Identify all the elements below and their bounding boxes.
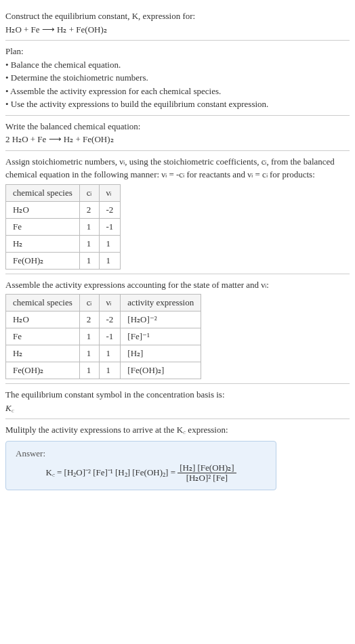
cell-activity: [H₂O]⁻² [121,312,201,328]
cell-ci: 2 [79,312,99,328]
table-row: Fe 1 -1 [Fe]⁻¹ [6,328,201,345]
cell-vi: -2 [99,201,121,218]
answer-expression: K꜀ = [H₂O]⁻² [Fe]⁻¹ [H₂] [Fe(OH)₂] = [H₂… [16,463,266,484]
table-header-row: chemical species cᵢ νᵢ activity expressi… [6,295,201,312]
prompt-text: Construct the equilibrium constant, K, e… [5,9,350,23]
cell-vi: 1 [99,252,121,269]
col-vi: νᵢ [99,295,121,312]
cell-activity: [Fe(OH)₂] [121,362,201,379]
table-row: H₂O 2 -2 [H₂O]⁻² [6,312,201,328]
balanced-section: Write the balanced chemical equation: 2 … [5,116,350,151]
multiply-text: Mulitply the activity expressions to arr… [5,423,350,437]
activity-section: Assemble the activity expressions accoun… [5,274,350,385]
cell-vi: -1 [99,328,121,345]
balanced-prompt: Write the balanced chemical equation: [5,120,350,133]
cell-species: H₂O [6,312,80,328]
answer-lhs: K꜀ = [H₂O]⁻² [Fe]⁻¹ [H₂] [Fe(OH)₂] = [45,467,178,477]
cell-species: Fe [6,218,80,235]
cell-vi: -2 [99,312,121,328]
activity-table: chemical species cᵢ νᵢ activity expressi… [5,294,201,379]
plan-title: Plan: [5,45,350,58]
col-activity: activity expression [121,295,201,312]
cell-species: Fe(OH)₂ [6,252,80,269]
fraction-numerator: [H₂] [Fe(OH)₂] [178,463,236,473]
cell-species: Fe [6,328,80,345]
symbol-text: The equilibrium constant symbol in the c… [5,388,350,402]
col-vi: νᵢ [99,184,121,201]
cell-activity: [Fe]⁻¹ [121,328,201,345]
balanced-equation: 2 H₂O + Fe ⟶ H₂ + Fe(OH)₂ [5,133,350,146]
cell-species: H₂O [6,201,80,218]
col-ci: cᵢ [79,295,99,312]
col-species: chemical species [6,295,80,312]
symbol-section: The equilibrium constant symbol in the c… [5,384,350,419]
cell-ci: 1 [79,345,99,362]
stoich-section: Assign stoichiometric numbers, νᵢ, using… [5,151,350,274]
plan-section: Plan: • Balance the chemical equation. •… [5,41,350,116]
cell-vi: 1 [99,345,121,362]
table-row: Fe(OH)₂ 1 1 [Fe(OH)₂] [6,362,201,379]
table-row: H₂ 1 1 [6,235,121,252]
cell-species: H₂ [6,345,80,362]
cell-ci: 1 [79,362,99,379]
activity-intro: Assemble the activity expressions accoun… [5,278,350,292]
table-row: Fe(OH)₂ 1 1 [6,252,121,269]
col-species: chemical species [6,184,80,201]
table-row: H₂ 1 1 [H₂] [6,345,201,362]
multiply-section: Mulitply the activity expressions to arr… [5,419,350,494]
fraction-denominator: [H₂O]² [Fe] [178,473,236,483]
answer-fraction: [H₂] [Fe(OH)₂] [H₂O]² [Fe] [178,463,236,484]
col-ci: cᵢ [79,184,99,201]
plan-bullet-3: • Assemble the activity expression for e… [5,85,350,98]
answer-box: Answer: K꜀ = [H₂O]⁻² [Fe]⁻¹ [H₂] [Fe(OH)… [5,441,276,491]
table-row: H₂O 2 -2 [6,201,121,218]
cell-activity: [H₂] [121,345,201,362]
table-header-row: chemical species cᵢ νᵢ [6,184,121,201]
plan-bullet-1: • Balance the chemical equation. [5,58,350,72]
cell-ci: 2 [79,201,99,218]
cell-ci: 1 [79,218,99,235]
table-row: Fe 1 -1 [6,218,121,235]
stoich-table: chemical species cᵢ νᵢ H₂O 2 -2 Fe 1 -1 … [5,184,121,270]
plan-bullet-2: • Determine the stoichiometric numbers. [5,71,350,85]
cell-vi: 1 [99,235,121,252]
cell-vi: 1 [99,362,121,379]
cell-vi: -1 [99,218,121,235]
prompt-section: Construct the equilibrium constant, K, e… [5,5,350,41]
stoich-intro: Assign stoichiometric numbers, νᵢ, using… [5,155,350,181]
cell-ci: 1 [79,252,99,269]
plan-bullet-4: • Use the activity expressions to build … [5,98,350,111]
initial-equation: H₂O + Fe ⟶ H₂ + Fe(OH)₂ [5,23,350,37]
cell-ci: 1 [79,235,99,252]
answer-label: Answer: [16,448,266,459]
kc-symbol: K꜀ [5,402,350,415]
cell-ci: 1 [79,328,99,345]
cell-species: H₂ [6,235,80,252]
cell-species: Fe(OH)₂ [6,362,80,379]
